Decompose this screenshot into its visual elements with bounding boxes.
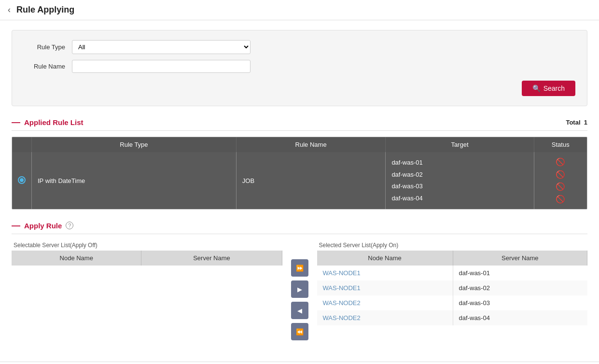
search-panel: Rule Type All IP with DateTime IP DateTi… xyxy=(12,30,587,106)
selected-table: Node Name Server Name WAS-NODE1 daf-was-… xyxy=(317,251,588,325)
row-radio[interactable] xyxy=(18,176,26,184)
move-right-icon: ▶ xyxy=(297,286,302,293)
selected-server-3: daf-was-03 xyxy=(453,295,587,310)
rule-type-select[interactable]: All IP with DateTime IP DateTime xyxy=(72,40,251,54)
status-icon-3: 🚫 xyxy=(540,181,582,193)
move-right-button[interactable]: ▶ xyxy=(291,280,308,298)
move-all-right-button[interactable]: ⏩ xyxy=(291,259,308,277)
selected-col-node: Node Name xyxy=(317,251,453,266)
row-target: daf-was-01daf-was-02daf-was-03daf-was-04 xyxy=(386,152,534,209)
selectable-col-server: Server Name xyxy=(141,251,282,266)
selected-header-row: Node Name Server Name xyxy=(317,251,587,266)
row-rule-type: IP with DateTime xyxy=(32,152,237,209)
selected-server-1: daf-was-01 xyxy=(453,266,587,280)
status-icon-1: 🚫 xyxy=(540,156,582,168)
rule-type-row: Rule Type All IP with DateTime IP DateTi… xyxy=(24,40,575,54)
move-left-button[interactable]: ◀ xyxy=(291,302,308,319)
row-radio-cell[interactable] xyxy=(12,152,32,209)
selected-node-4: WAS-NODE2 xyxy=(317,310,453,325)
col-target: Target xyxy=(386,137,534,152)
apply-rule-content: Selectable Server List(Apply Off) Node N… xyxy=(12,240,587,340)
selected-tbody: WAS-NODE1 daf-was-01 WAS-NODE1 daf-was-0… xyxy=(317,266,587,325)
row-status: 🚫 🚫 🚫 🚫 xyxy=(534,152,587,209)
main-content: Rule Type All IP with DateTime IP DateTi… xyxy=(0,20,599,362)
selectable-header-row: Node Name Server Name xyxy=(12,251,282,266)
divider-1 xyxy=(12,130,587,131)
total-label: Total xyxy=(566,119,580,126)
search-button[interactable]: 🔍 Search xyxy=(522,81,575,96)
section-title-group: — Applied Rule List xyxy=(12,118,84,126)
selected-node-3: WAS-NODE2 xyxy=(317,295,453,310)
selected-row-4[interactable]: WAS-NODE2 daf-was-04 xyxy=(317,310,587,325)
rule-name-row: Rule Name xyxy=(24,60,575,73)
search-icon: 🔍 xyxy=(532,84,541,92)
total-count-label: Total 1 xyxy=(566,119,587,126)
total-count: 1 xyxy=(584,119,587,126)
header: ‹ Rule Applying xyxy=(0,0,599,20)
table-row[interactable]: IP with DateTime JOB daf-was-01daf-was-0… xyxy=(12,152,587,209)
apply-rule-title-group: — Apply Rule ? xyxy=(12,221,73,230)
search-btn-row: 🔍 Search xyxy=(24,81,575,96)
back-button[interactable]: ‹ xyxy=(8,5,11,15)
selected-node-2: WAS-NODE1 xyxy=(317,280,453,295)
selected-node-1: WAS-NODE1 xyxy=(317,266,453,280)
applied-rule-list-title: Applied Rule List xyxy=(24,118,84,126)
search-button-label: Search xyxy=(543,84,565,92)
applied-rule-table: Rule Type Rule Name Target Status IP wit… xyxy=(12,137,587,209)
apply-rule-header: — Apply Rule ? xyxy=(12,221,587,230)
selected-server-2: daf-was-02 xyxy=(453,280,587,295)
selectable-server-panel: Selectable Server List(Apply Off) Node N… xyxy=(12,240,282,266)
bottom-bar: On/Off xyxy=(0,362,599,364)
applied-rule-list-header: — Applied Rule List Total 1 xyxy=(12,118,587,126)
selected-col-server: Server Name xyxy=(453,251,587,266)
move-all-left-icon: ⏪ xyxy=(296,328,304,336)
selectable-col-node: Node Name xyxy=(12,251,141,266)
selected-row-3[interactable]: WAS-NODE2 daf-was-03 xyxy=(317,295,587,310)
status-icon-2: 🚫 xyxy=(540,168,582,181)
col-status: Status xyxy=(534,137,587,152)
applied-rule-header-row: Rule Type Rule Name Target Status xyxy=(12,137,587,152)
apply-rule-section: — Apply Rule ? Selectable Server List(Ap… xyxy=(12,221,587,340)
apply-rule-title: Apply Rule xyxy=(24,222,62,230)
rule-type-label: Rule Type xyxy=(24,43,72,51)
applied-rule-table-wrapper: Rule Type Rule Name Target Status IP wit… xyxy=(12,137,587,210)
move-left-icon: ◀ xyxy=(297,307,302,314)
help-icon[interactable]: ? xyxy=(66,222,73,229)
selected-row-1[interactable]: WAS-NODE1 daf-was-01 xyxy=(317,266,587,280)
selected-title: Selected Server List(Apply On) xyxy=(317,240,588,251)
row-rule-name: JOB xyxy=(236,152,386,209)
section-dash: — xyxy=(12,118,20,126)
rule-name-label: Rule Name xyxy=(24,63,72,70)
selectable-table: Node Name Server Name xyxy=(12,251,282,266)
selectable-table-wrap: Node Name Server Name xyxy=(12,251,282,266)
selected-table-wrap: Node Name Server Name WAS-NODE1 daf-was-… xyxy=(317,251,588,325)
selectable-title: Selectable Server List(Apply Off) xyxy=(12,240,282,251)
rule-name-input[interactable] xyxy=(72,60,251,73)
selected-server-panel: Selected Server List(Apply On) Node Name… xyxy=(317,240,588,325)
apply-dash: — xyxy=(12,221,20,230)
selected-row-2[interactable]: WAS-NODE1 daf-was-02 xyxy=(317,280,587,295)
page-title: Rule Applying xyxy=(16,5,74,15)
transfer-buttons: ⏩ ▶ ◀ ⏪ xyxy=(282,259,317,340)
move-all-right-icon: ⏩ xyxy=(296,265,304,272)
move-all-left-button[interactable]: ⏪ xyxy=(291,323,308,340)
col-rule-type: Rule Type xyxy=(32,137,237,152)
divider-2 xyxy=(12,234,587,234)
col-rule-name: Rule Name xyxy=(236,137,386,152)
selected-server-4: daf-was-04 xyxy=(453,310,587,325)
col-select xyxy=(12,137,32,152)
status-icon-4: 🚫 xyxy=(540,193,582,206)
